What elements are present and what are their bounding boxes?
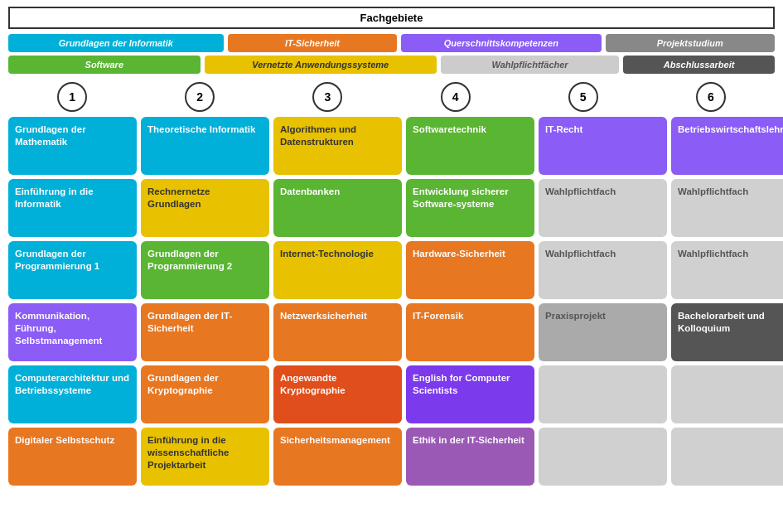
cat-vernetzte: Vernetzte Anwendungssysteme [205, 56, 437, 74]
cell-r0-c0: Grundlagen der Mathematik [8, 117, 137, 175]
cell-r0-c1: Theoretische Informatik [141, 117, 269, 175]
cell-r4-c3: English for Computer Scientists [406, 365, 534, 423]
cell-r4-c2: Angewandte Kryptographie [273, 365, 402, 423]
cell-r2-c3: Hardware-Sicherheit [406, 241, 534, 299]
cell-r3-c1: Grundlagen der IT-Sicherheit [141, 303, 269, 361]
cell-r0-c3: Softwaretechnik [406, 117, 534, 175]
semester-4: 4 [441, 82, 471, 112]
semester-row: 1 2 3 4 5 6 [8, 82, 775, 112]
cell-r3-c2: Netzwerksicherheit [273, 303, 402, 361]
cat-abschlussarbeit: Abschlussarbeit [623, 56, 775, 74]
sem-2-container: 2 [136, 82, 263, 112]
cell-r4-c5 [671, 365, 783, 423]
cell-r5-c2: Sicherheitsmanagement [273, 428, 402, 486]
sem-4-container: 4 [392, 82, 520, 112]
semester-3: 3 [312, 82, 342, 112]
cell-r0-c2: Algorithmen und Datenstrukturen [273, 117, 402, 175]
cell-r3-c3: IT-Forensik [406, 303, 534, 361]
cell-r4-c4 [539, 365, 667, 423]
cell-r5-c5 [671, 428, 783, 486]
semester-5: 5 [568, 82, 598, 112]
main-grid: Grundlagen der MathematikTheoretische In… [8, 117, 775, 486]
cell-r1-c1: Rechnernetze Grundlagen [141, 179, 269, 237]
cell-r3-c5: Bachelorarbeit und Kolloquium [671, 303, 783, 361]
semester-1: 1 [57, 82, 87, 112]
category-row-2: Software Vernetzte Anwendungssysteme Wah… [8, 56, 775, 74]
cat-grundlagen: Grundlagen der Informatik [8, 34, 224, 52]
cell-r0-c5: Betriebswirtschaftslehre [671, 117, 783, 175]
cell-r4-c0: Computerarchitektur und Betriebssysteme [8, 365, 137, 423]
cat-wahlpflicht: Wahlpflichtfächer [441, 56, 619, 74]
cell-r2-c0: Grundlagen der Programmierung 1 [8, 241, 137, 299]
fachgebiete-header: Fachgebiete [8, 7, 775, 29]
cell-r1-c0: Einführung in die Informatik [8, 179, 137, 237]
cell-r3-c0: Kommunikation, Führung, Selbstmanagement [8, 303, 137, 361]
sem-6-container: 6 [647, 82, 775, 112]
cell-r1-c4: Wahlpflichtfach [539, 179, 667, 237]
cat-it-sicherheit: IT-Sicherheit [228, 34, 397, 52]
cell-r0-c4: IT-Recht [539, 117, 667, 175]
semester-2: 2 [185, 82, 215, 112]
cell-r5-c0: Digitaler Selbstschutz [8, 428, 137, 486]
category-row-1: Grundlagen der Informatik IT-Sicherheit … [8, 34, 775, 52]
cell-r2-c2: Internet-Technologie [273, 241, 402, 299]
sem-1-container: 1 [8, 82, 136, 112]
cell-r5-c3: Ethik in der IT-Sicherheit [406, 428, 534, 486]
cell-r2-c5: Wahlpflichtfach [671, 241, 783, 299]
cell-r2-c4: Wahlpflichtfach [539, 241, 667, 299]
semester-6: 6 [696, 82, 726, 112]
cat-software: Software [8, 56, 201, 74]
cell-r1-c3: Entwicklung sicherer Software-systeme [406, 179, 534, 237]
cell-r4-c1: Grundlagen der Kryptographie [141, 365, 269, 423]
cat-projektstudium: Projektstudium [606, 34, 775, 52]
cell-r1-c5: Wahlpflichtfach [671, 179, 783, 237]
sem-3-container: 3 [263, 82, 391, 112]
cell-r2-c1: Grundlagen der Programmierung 2 [141, 241, 269, 299]
cell-r1-c2: Datenbanken [273, 179, 402, 237]
cell-r3-c4: Praxisprojekt [539, 303, 667, 361]
sem-5-container: 5 [520, 82, 647, 112]
cell-r5-c1: Einführung in die wissenschaftliche Proj… [141, 428, 269, 486]
cat-querschnitt: Querschnittskompetenzen [401, 34, 601, 52]
cell-r5-c4 [539, 428, 667, 486]
